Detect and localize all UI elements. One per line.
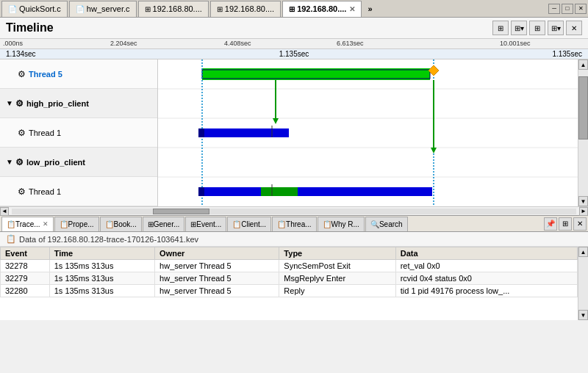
col-data: Data bbox=[395, 247, 577, 260]
timeline-panel: Timeline ⊞ ⊞▾ ⊞ ⊞▾ ✕ .000ns 2.204sec 4.4… bbox=[0, 18, 588, 216]
ruler-time-0: .000ns bbox=[3, 40, 23, 47]
high-prio-label: high_prio_client bbox=[26, 99, 89, 108]
trace-icon: 📋 bbox=[7, 220, 15, 228]
table-row[interactable]: 322781s 135ms 313ushw_server Thread 5Syn… bbox=[1, 260, 588, 272]
timeline-header: Timeline ⊞ ⊞▾ ⊞ ⊞▾ ✕ bbox=[0, 18, 588, 39]
table-row[interactable]: 322801s 135ms 313ushw_server Thread 5Rep… bbox=[1, 285, 588, 297]
minimize-button[interactable]: ─ bbox=[548, 4, 560, 14]
ruler-time-4: 10.001sec bbox=[500, 40, 531, 47]
high-prio-collapse-icon[interactable]: ▼ bbox=[6, 99, 13, 107]
search-label: Search bbox=[379, 220, 403, 228]
bottom-toolbar-layout-button[interactable]: ⊞ bbox=[559, 217, 572, 231]
close-window-button[interactable]: ✕ bbox=[575, 4, 587, 14]
svg-marker-9 bbox=[273, 118, 279, 124]
event-icon: ⊞ bbox=[190, 220, 196, 228]
vscroll-down-button[interactable]: ▼ bbox=[578, 196, 588, 206]
zoom-out-button[interactable]: ⊞ bbox=[529, 21, 545, 35]
layout-button[interactable]: ⊞▾ bbox=[548, 21, 564, 35]
cell-time: 1s 135ms 313us bbox=[49, 285, 154, 297]
maximize-button[interactable]: □ bbox=[562, 4, 573, 14]
bottom-tab-whyr[interactable]: 📋 Why R... bbox=[318, 217, 365, 231]
hscroll-right-button[interactable]: ► bbox=[579, 207, 588, 216]
ip1-icon: ⊞ bbox=[145, 5, 151, 13]
prope-label: Prope... bbox=[68, 220, 94, 228]
cell-type: MsgReplyv Enter bbox=[279, 272, 395, 285]
bottom-tab-client[interactable]: 📋 Client... bbox=[227, 217, 271, 231]
tab-ip3-close[interactable]: ✕ bbox=[349, 5, 355, 13]
table-vscroll-up[interactable]: ▲ bbox=[578, 247, 588, 257]
bookm-label: Book... bbox=[114, 220, 137, 228]
thread5-label: Thread 5 bbox=[29, 70, 62, 79]
timeline-title: Timeline bbox=[6, 21, 492, 35]
col-time: Time bbox=[49, 247, 154, 260]
time-right: 1.135sec bbox=[552, 50, 582, 58]
svg-rect-12 bbox=[198, 128, 204, 137]
threa-icon: 📋 bbox=[277, 220, 286, 228]
cell-type: Reply bbox=[279, 285, 395, 297]
tab-ip2[interactable]: ⊞ 192.168.80.... bbox=[210, 1, 281, 17]
bottom-tab-gener[interactable]: ⊞ Gener... bbox=[143, 217, 185, 231]
timeline-row-thread5: ⚙ Thread 5 bbox=[0, 59, 157, 89]
svg-rect-17 bbox=[261, 187, 298, 196]
timeline-row-thread1a: ⚙ Thread 1 bbox=[0, 118, 157, 148]
bottom-tab-prope[interactable]: 📋 Prope... bbox=[54, 217, 99, 231]
tab-ip1[interactable]: ⊞ 192.168.80.... bbox=[138, 1, 209, 17]
trace-close-icon[interactable]: ✕ bbox=[43, 220, 49, 228]
bottom-toolbar: 📌 ⊞ ✕ bbox=[544, 217, 587, 231]
low-prio-collapse-icon[interactable]: ▼ bbox=[6, 158, 13, 166]
tab-bar: 📄 QuickSort.c 📄 hw_server.c ⊞ 192.168.80… bbox=[0, 0, 588, 18]
cell-type: SyncSemPost Exit bbox=[279, 260, 395, 272]
zoom-in-button[interactable]: ⊞▾ bbox=[511, 21, 527, 35]
table-header-row: Event Time Owner Type Data bbox=[1, 247, 588, 260]
close-timeline-button[interactable]: ✕ bbox=[566, 21, 582, 35]
tab-overflow[interactable]: » bbox=[363, 3, 376, 15]
bottom-tab-search[interactable]: 🔍 Search bbox=[365, 217, 408, 231]
bottom-tab-threa[interactable]: 📋 Threa... bbox=[272, 217, 316, 231]
timeline-toolbar: ⊞ ⊞▾ ⊞ ⊞▾ ✕ bbox=[492, 21, 582, 35]
cell-event: 32279 bbox=[1, 272, 50, 285]
vscroll-thumb[interactable] bbox=[578, 76, 588, 140]
table-scroll-wrapper: Event Time Owner Type Data 322781s 135ms… bbox=[0, 247, 588, 320]
bottom-toolbar-close-button[interactable]: ✕ bbox=[573, 217, 587, 231]
bottom-toolbar-pin-button[interactable]: 📌 bbox=[544, 217, 557, 231]
bottom-tab-event[interactable]: ⊞ Event... bbox=[185, 217, 226, 231]
time-left: 1.134sec bbox=[6, 50, 36, 58]
svg-rect-16 bbox=[204, 187, 432, 196]
table-vscroll-down[interactable]: ▼ bbox=[578, 310, 588, 320]
prope-icon: 📋 bbox=[60, 220, 68, 228]
tab-ip3[interactable]: ⊞ 192.168.80.... ✕ bbox=[282, 1, 362, 17]
timeline-svg bbox=[158, 59, 578, 206]
bottom-tab-bookm[interactable]: 📋 Book... bbox=[100, 217, 142, 231]
ip3-icon: ⊞ bbox=[289, 5, 295, 13]
table-row[interactable]: 322791s 135ms 313ushw_server Thread 5Msg… bbox=[1, 272, 588, 285]
cell-owner: hw_server Thread 5 bbox=[155, 272, 279, 285]
svg-marker-11 bbox=[431, 148, 437, 153]
bottom-tab-bar: 📋 Trace... ✕ 📋 Prope... 📋 Book... ⊞ Gene… bbox=[0, 216, 588, 232]
low-prio-icon: ⚙ bbox=[15, 157, 24, 167]
timeline-vscroll: ▲ ▼ bbox=[578, 59, 588, 206]
tab-quicksort-label: QuickSort.c bbox=[19, 4, 61, 13]
threa-label: Threa... bbox=[286, 220, 311, 228]
cell-owner: hw_server Thread 5 bbox=[155, 285, 279, 297]
vscroll-up-button[interactable]: ▲ bbox=[578, 59, 588, 70]
time-center: 1.135sec bbox=[279, 50, 309, 58]
data-table: Event Time Owner Type Data 322781s 135ms… bbox=[0, 247, 588, 297]
hscroll-left-button[interactable]: ◄ bbox=[0, 207, 9, 216]
timeline-row-low-prio: ▼ ⚙ low_prio_client bbox=[0, 148, 157, 177]
data-filename-bar: 📋 Data of 192.168.80.128-trace-170126-10… bbox=[0, 232, 588, 247]
cell-data: tid 1 pid 49176 process low_... bbox=[395, 285, 577, 297]
table-body: 322781s 135ms 313ushw_server Thread 5Syn… bbox=[1, 260, 588, 297]
tab-hw-server[interactable]: 📄 hw_server.c bbox=[69, 1, 137, 17]
timeline-graph[interactable] bbox=[158, 59, 578, 206]
window-controls: ─ □ ✕ bbox=[548, 4, 587, 14]
zoom-fit-button[interactable]: ⊞ bbox=[492, 21, 509, 35]
event-label: Event... bbox=[196, 220, 221, 228]
ruler-time-1: 2.204sec bbox=[110, 40, 137, 47]
bottom-tab-trace[interactable]: 📋 Trace... ✕ bbox=[1, 217, 54, 231]
hscroll-thumb[interactable] bbox=[153, 209, 209, 214]
timeline-hscrollbar: ◄ ► bbox=[0, 206, 588, 215]
thread1a-icon: ⚙ bbox=[18, 128, 26, 138]
cell-owner: hw_server Thread 5 bbox=[155, 260, 279, 272]
tab-quicksort[interactable]: 📄 QuickSort.c bbox=[1, 1, 68, 17]
ruler-time-2: 4.408sec bbox=[224, 40, 251, 47]
